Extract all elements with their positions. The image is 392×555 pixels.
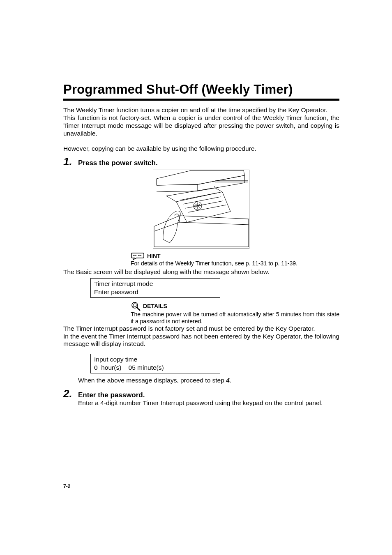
intro-paragraph-1b: This function is not factory-set. When a…	[63, 114, 339, 138]
step-1: 1. Press the power switch.	[63, 156, 339, 167]
details-row: DETAILS	[131, 301, 339, 311]
intro-paragraph-2: However, copying can be available by usi…	[63, 145, 339, 153]
step-1-after-details-2: In the event the Timer Interrupt passwor…	[63, 333, 339, 348]
hint-label: HINT	[147, 253, 161, 259]
page-number: 7-2	[63, 484, 70, 489]
details-label: DETAILS	[143, 303, 167, 309]
lcd-message-box-1: Timer interrupt mode Enter password	[90, 278, 220, 298]
magnifier-icon	[131, 301, 141, 311]
copier-illustration-wrap	[63, 170, 339, 249]
page-title: Programmed Shut-Off (Weekly Timer)	[63, 82, 339, 97]
step-1-heading: Press the power switch.	[78, 159, 158, 167]
lcd-2-line-2: 0 hour(s) 05 minute(s)	[94, 364, 217, 371]
step-1-number: 1.	[63, 156, 75, 167]
hint-bubble-icon	[131, 252, 145, 260]
step-2-body: Enter a 4-digit number Timer Interrupt p…	[78, 399, 339, 407]
lcd-1-line-2: Enter password	[94, 288, 217, 296]
lcd-2-line-1: Input copy time	[94, 355, 217, 363]
lcd-1-line-1: Timer interrupt mode	[94, 280, 217, 288]
step-2: 2. Enter the password.	[63, 388, 339, 399]
hint-text: For details of the Weekly Timer function…	[131, 260, 339, 267]
details-text: The machine power will be turned off aut…	[131, 311, 339, 325]
hint-row: HINT	[131, 252, 339, 260]
step-2-heading: Enter the password.	[78, 391, 145, 399]
step-1-after-details-1: The Timer Interrupt password is not fact…	[63, 325, 339, 333]
copier-power-switch-illustration	[153, 170, 249, 249]
lcd-message-box-2: Input copy time 0 hour(s) 05 minute(s)	[90, 354, 220, 373]
step-1-after-hint: The Basic screen will be displayed along…	[63, 268, 339, 276]
title-rule	[63, 99, 339, 101]
step-1-proceed-prefix: When the above message displays, proceed…	[78, 377, 231, 384]
svg-point-2	[133, 304, 136, 307]
intro-paragraph-1a: The Weekly Timer function turns a copier…	[63, 106, 339, 114]
step-2-number: 2.	[63, 388, 75, 399]
step-1-proceed: When the above message displays, proceed…	[78, 377, 339, 384]
